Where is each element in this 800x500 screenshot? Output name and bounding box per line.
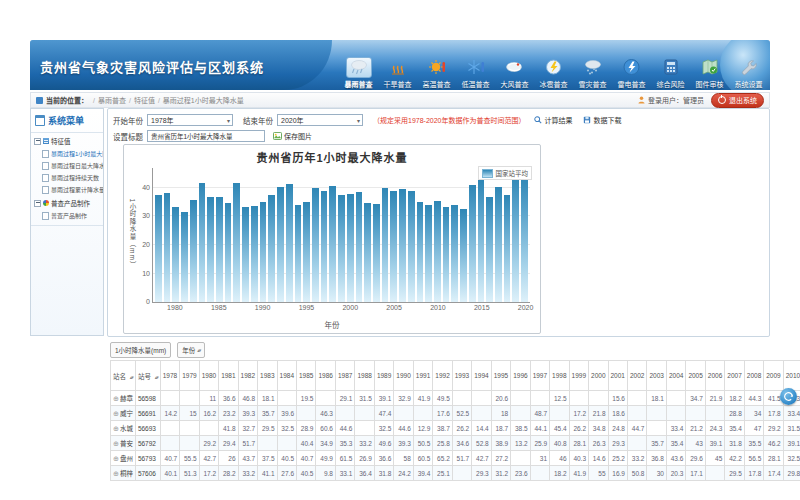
chart-legend[interactable]: 国家站平均 [478, 166, 533, 180]
station-table-wrapper[interactable]: 站名 ▴▾站号 ▴▾197819791980198119821983198419… [110, 360, 800, 481]
pivot-column-field[interactable]: 年份▴▾ [177, 342, 205, 358]
data-download-button[interactable]: 数据下载 [583, 115, 621, 125]
col-header-year-1990[interactable]: 1990 [394, 361, 413, 391]
bar-1979[interactable] [164, 193, 171, 302]
col-header-year-2009[interactable]: 2009 [764, 361, 783, 391]
toolbar-item-heat[interactable]: 高温普查 [417, 57, 456, 90]
bar-2003[interactable] [373, 204, 380, 302]
col-header-year-2003[interactable]: 2003 [647, 361, 666, 391]
col-header-year-1985[interactable]: 1985 [297, 361, 316, 391]
row-expand-icon[interactable]: ⊕ [113, 440, 119, 447]
logout-button[interactable]: 退出系统 [711, 93, 764, 108]
col-header-year-1983[interactable]: 1983 [258, 361, 277, 391]
breadcrumb-item-2[interactable]: 暴雨过程1小时最大降水量 [163, 97, 244, 104]
toolbar-item-snow[interactable]: 雪灾普查 [573, 57, 612, 90]
row-expand-icon[interactable]: ⊕ [113, 395, 119, 402]
bar-1986[interactable] [225, 203, 232, 302]
bar-2014[interactable] [469, 185, 476, 302]
sidebar-item-1-0[interactable]: 普查产品制作 [31, 209, 103, 221]
bar-1991[interactable] [268, 195, 275, 302]
expand-icon[interactable] [34, 138, 41, 145]
col-header-year-2004[interactable]: 2004 [666, 361, 685, 391]
station-name-cell[interactable]: ⊕普安 [111, 436, 136, 451]
toolbar-item-hail[interactable]: 冰雹普查 [534, 57, 573, 90]
pivot-value-field[interactable]: 1小时降水量(mm) [110, 342, 171, 358]
end-year-select[interactable]: 2020年▾ [277, 114, 363, 126]
station-name-cell[interactable]: ⊕桐梓 [111, 466, 136, 481]
station-name-cell[interactable]: ⊕水城 [111, 421, 136, 436]
toolbar-item-rainstorm[interactable]: 暴雨普查 [339, 57, 378, 90]
bar-1993[interactable] [286, 184, 293, 302]
bar-1997[interactable] [321, 191, 328, 302]
sidebar-item-0-2[interactable]: 暴雨过程持续天数 [31, 171, 103, 183]
col-header-year-1993[interactable]: 1993 [452, 361, 471, 391]
sidebar-group-0[interactable]: 特征值 [31, 133, 103, 147]
col-header-year-1986[interactable]: 1986 [316, 361, 335, 391]
bar-2006[interactable] [399, 189, 406, 302]
col-header-year-1984[interactable]: 1984 [277, 361, 296, 391]
bar-2016[interactable] [486, 197, 493, 302]
row-expand-icon[interactable]: ⊕ [113, 455, 119, 462]
col-header-year-1994[interactable]: 1994 [472, 361, 491, 391]
toolbar-item-cold[interactable]: 低温普查 [456, 57, 495, 90]
col-header-year-1979[interactable]: 1979 [180, 361, 199, 391]
sidebar-item-0-1[interactable]: 暴雨过程日最大降水量 [31, 159, 103, 171]
sidebar-item-0-3[interactable]: 暴雨过程累计降水量 [31, 183, 103, 195]
bar-2018[interactable] [504, 195, 511, 302]
bar-2017[interactable] [495, 187, 502, 302]
col-header-year-1982[interactable]: 1982 [238, 361, 257, 391]
calc-result-button[interactable]: 计算结果 [534, 115, 572, 125]
bar-1984[interactable] [207, 197, 214, 302]
bar-2009[interactable] [425, 205, 432, 303]
bar-1995[interactable] [303, 202, 310, 302]
col-header-year-1989[interactable]: 1989 [374, 361, 393, 391]
toolbar-item-lightning[interactable]: 雷电普查 [612, 57, 651, 90]
col-header-year-1997[interactable]: 1997 [530, 361, 549, 391]
bar-2000[interactable] [347, 194, 354, 302]
col-header-year-1987[interactable]: 1987 [335, 361, 354, 391]
breadcrumb-item-1[interactable]: 特征值 [134, 97, 155, 104]
col-header-year-2010[interactable]: 2010 [783, 361, 800, 391]
bar-1983[interactable] [199, 183, 206, 302]
bar-1998[interactable] [329, 186, 336, 302]
col-header-year-2005[interactable]: 2005 [686, 361, 705, 391]
bar-2004[interactable] [382, 188, 389, 302]
bar-1988[interactable] [242, 207, 249, 302]
col-header-year-1991[interactable]: 1991 [413, 361, 432, 391]
row-expand-icon[interactable]: ⊕ [113, 470, 119, 477]
bar-2011[interactable] [443, 207, 450, 303]
save-image-button[interactable]: 保存图片 [273, 131, 312, 141]
bar-2013[interactable] [460, 209, 467, 302]
station-name-cell[interactable]: ⊕赫章 [111, 391, 136, 406]
sidebar-item-0-0[interactable]: 暴雨过程1小时最大降水量 [31, 147, 103, 159]
bar-1994[interactable] [295, 205, 302, 303]
col-header-year-1980[interactable]: 1980 [199, 361, 218, 391]
bar-1978[interactable] [155, 195, 162, 302]
station-name-cell[interactable]: ⊕盘州 [111, 451, 136, 466]
bar-1987[interactable] [233, 183, 240, 302]
col-header-year-1992[interactable]: 1992 [433, 361, 452, 391]
refresh-fab[interactable] [780, 388, 797, 405]
row-expand-icon[interactable]: ⊕ [113, 425, 119, 432]
station-name-cell[interactable]: ⊕威宁 [111, 406, 136, 421]
col-header-year-2001[interactable]: 2001 [608, 361, 627, 391]
col-header-year-1981[interactable]: 1981 [219, 361, 238, 391]
bar-1981[interactable] [181, 212, 188, 302]
col-header-year-2000[interactable]: 2000 [589, 361, 608, 391]
col-header-year-1995[interactable]: 1995 [491, 361, 510, 391]
bar-1982[interactable] [190, 200, 197, 302]
col-header-station-id[interactable]: 站号 ▴▾ [135, 361, 160, 391]
col-header-year-1999[interactable]: 1999 [569, 361, 588, 391]
bar-2012[interactable] [451, 205, 458, 302]
toolbar-item-map-review[interactable]: 图件审核 [690, 57, 729, 90]
col-header-station-name[interactable]: 站名 ▴▾ [111, 361, 136, 391]
col-header-year-2006[interactable]: 2006 [705, 361, 724, 391]
bar-2007[interactable] [408, 191, 415, 302]
bar-1980[interactable] [172, 207, 179, 302]
bar-1985[interactable] [216, 197, 223, 302]
bar-2019[interactable] [512, 175, 519, 302]
toolbar-item-settings[interactable]: 系统设置 [729, 57, 768, 90]
sidebar-group-1[interactable]: 普查产品制作 [31, 195, 103, 209]
bar-2005[interactable] [390, 191, 397, 302]
toolbar-item-drought[interactable]: 干旱普查 [378, 57, 417, 90]
